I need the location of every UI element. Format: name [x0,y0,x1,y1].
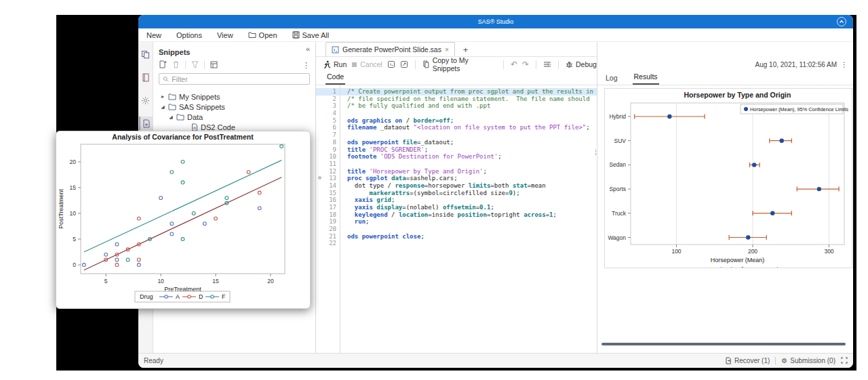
code-line[interactable]: run; [340,218,597,226]
folder-icon [168,93,176,100]
ancova-chart-window[interactable]: Analysis of Covariance for PostTreatment… [56,131,311,309]
recover-button[interactable]: Recover (1) [725,357,770,364]
collapse-sidebar-button[interactable]: « [306,45,310,53]
svg-text:Sedan: Sedan [609,161,626,168]
library-icon[interactable] [139,70,153,84]
properties-button[interactable] [210,61,218,70]
code-line[interactable]: /* Create powerpoint output from proc sg… [340,88,597,96]
undo-button[interactable]: ↶ [511,60,517,68]
svg-text:5: 5 [73,236,76,242]
horsepower-chart-card: Horsepower by Type and Origin100200300Hy… [604,88,852,268]
menu-bar: New Options View Open Save All [138,28,853,42]
filter-input[interactable] [172,75,306,83]
code-line[interactable]: title 'PROC SGRENDER'; [340,146,597,154]
tab-code[interactable]: Code [326,72,345,85]
new-tab-button[interactable]: + [463,45,469,56]
open-program-button[interactable] [387,60,395,68]
redo-button[interactable]: ↷ [522,60,529,68]
tree-item-sas-snippets[interactable]: ◢SAS Snippets [153,102,315,112]
code-line[interactable]: dot type / response=horsepower limits=bo… [340,182,597,190]
code-line[interactable]: proc sgplot data=sashelp.cars; [340,175,597,182]
panel-splitter-handle[interactable]: ⁞ [595,149,597,156]
run-timestamp: Aug 10, 2021, 11:02:56 AM [755,61,837,68]
settings-flower-icon[interactable] [139,93,153,107]
snippets-toolbar: ⋮ [153,59,315,73]
svg-text:100: 100 [671,248,681,255]
code-line[interactable]: markerattrs=(symbol=circlefilled size=9)… [340,190,597,197]
results-horizontal-scrollbar[interactable] [601,343,846,345]
line-number: 20 [316,226,340,233]
line-number: 6 [316,124,340,131]
status-ready: Ready [144,357,163,364]
svg-text:SUV: SUV [614,138,627,144]
editor-tab-bar: Generate PowerPoint Slide.sas × + [316,42,597,57]
line-number: 2 [316,96,340,103]
code-line[interactable]: ods graphics on / border=off; [340,117,597,125]
chevron-right-icon[interactable]: ▸ [160,93,165,100]
folder-icon [168,103,176,110]
code-line[interactable] [340,161,597,168]
code-line[interactable] [340,240,597,247]
chevron-down-icon[interactable]: ◢ [160,104,165,110]
tab-results[interactable]: Results [633,72,659,85]
close-tab-icon[interactable]: × [445,46,449,54]
code-editor[interactable]: 12345678910111213⊖141516171819202122 /* … [316,85,597,353]
svg-text:5: 5 [104,278,108,284]
menu-save-all[interactable]: Save All [292,31,330,39]
search-icon [163,76,169,83]
code-line[interactable] [340,226,597,233]
title-bar: SAS® Studio [138,15,853,28]
chevron-down-icon[interactable]: ◢ [168,114,174,120]
code-line[interactable]: yaxis display=(nolabel) offsetmin=0.1; [340,204,597,211]
code-line[interactable]: /* file specified on the filename statem… [340,96,597,103]
new-snippet-button[interactable] [159,60,167,70]
copy-to-snippets-button[interactable]: Copy to My Snippets [422,56,496,72]
snippets-filter[interactable] [159,73,310,85]
debug-button[interactable]: Debug [566,60,597,68]
stop-icon [351,62,357,68]
submission-button[interactable]: ⚙ Submission (0) [781,357,835,364]
code-fold-icon[interactable]: ⊖ [318,175,321,182]
svg-text:Drug: Drug [140,293,153,300]
code-line[interactable] [340,110,597,117]
menu-new[interactable]: New [146,31,161,39]
format-code-button[interactable] [543,61,551,68]
copy-icon [422,60,430,68]
code-line[interactable]: /* be fully qualified and end with .ppt … [340,102,597,110]
code-line[interactable]: filename _dataout "<location on file sys… [340,124,597,131]
snippets-more-menu[interactable]: ⋮ [302,61,310,70]
menu-options[interactable]: Options [176,31,202,39]
code-lines[interactable]: /* Create powerpoint output from proc sg… [340,85,597,353]
svg-text:Horsepower (Mean), 95% Confide: Horsepower (Mean), 95% Confidence Limits [750,106,848,112]
menu-view[interactable]: View [217,31,233,39]
delete-snippet-button[interactable] [172,60,180,70]
copy-pages-icon[interactable] [139,47,153,61]
tree-item-data[interactable]: ◢Data [153,112,315,122]
code-line[interactable]: ods powerpoint file=_dataout; [340,139,597,146]
filter-snippets-button[interactable] [191,61,199,70]
code-line[interactable]: footnote 'ODS Destination for PowerPoint… [340,153,597,161]
snippet-file-icon [191,123,198,131]
code-line[interactable] [340,131,597,139]
svg-text:PostTreatment: PostTreatment [58,189,64,229]
code-line[interactable]: keylegend / location=inside position=top… [340,211,597,219]
fullscreen-button[interactable] [841,357,848,365]
results-more-menu[interactable]: ⋮ [841,61,848,68]
svg-text:Hybrid: Hybrid [609,113,626,120]
horsepower-dot-plot: Horsepower by Type and Origin100200300Hy… [605,89,852,268]
menu-open[interactable]: Open [248,31,277,39]
expand-icon [841,357,848,364]
code-line[interactable]: ods powerpoint close; [340,233,597,240]
line-number: 15 [316,190,340,197]
user-menu-button[interactable] [837,17,846,26]
svg-text:0: 0 [73,261,76,268]
tab-log[interactable]: Log [604,74,619,85]
snippets-rail-icon[interactable] [139,117,153,130]
code-line[interactable]: title 'Horsepower by Type and Origin'; [340,168,597,175]
cancel-button[interactable]: Cancel [351,60,382,68]
detach-program-button[interactable] [400,60,408,68]
code-line[interactable]: xaxis grid; [340,196,597,204]
tab-generate-powerpoint-slide[interactable]: Generate PowerPoint Slide.sas × [326,42,455,56]
run-button[interactable]: Run [323,60,347,69]
tree-item-my-snippets[interactable]: ▸My Snippets [153,91,315,102]
